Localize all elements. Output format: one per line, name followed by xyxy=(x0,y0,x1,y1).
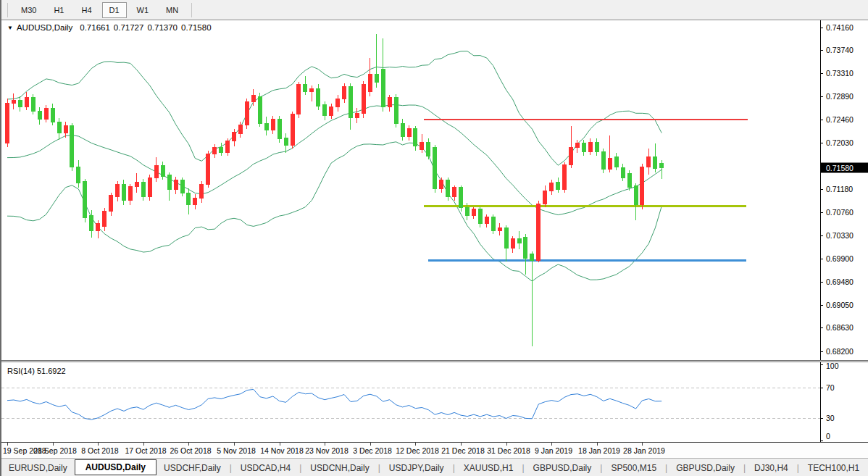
svg-text:30: 30 xyxy=(826,414,835,422)
chart-tab-audusd-daily[interactable]: AUDUSD,Daily xyxy=(75,459,157,475)
price-axis[interactable]: 0.741600.737400.733100.728900.724600.720… xyxy=(820,20,854,361)
svg-text:0: 0 xyxy=(826,432,830,440)
chart-tab-xauusd-h1[interactable]: XAUUSD,H1 xyxy=(456,461,521,475)
quote-low: 0.71370 xyxy=(147,23,178,32)
chart-tab-tech100-h1[interactable]: TECH100,H1 xyxy=(801,461,867,475)
timeframe-button-m30[interactable]: M30 xyxy=(14,2,43,18)
date-label: 12 Dec 2018 xyxy=(391,446,443,455)
date-label: 26 Oct 2018 xyxy=(164,446,217,455)
chart-tab-dj30-h4[interactable]: DJ30,H4 xyxy=(747,461,796,475)
svg-text:0.72890: 0.72890 xyxy=(826,92,854,101)
rsi-indicator-label: RSI(14) 51.6922 xyxy=(7,367,66,375)
timeframe-button-d1[interactable]: D1 xyxy=(102,2,127,18)
timeframe-button-mn[interactable]: MN xyxy=(159,2,185,18)
tab-separator: | xyxy=(522,463,524,473)
timeframe-button-h1[interactable]: H1 xyxy=(46,2,71,18)
date-tick xyxy=(143,443,144,446)
svg-text:0.73740: 0.73740 xyxy=(826,46,854,54)
chart-tab-sp500-m15[interactable]: SP500,M15 xyxy=(604,461,664,475)
chart-dropdown-icon[interactable]: ▼ xyxy=(7,25,13,31)
quote-close: 0.71580 xyxy=(181,23,212,32)
date-axis[interactable]: 19 Sep 201828 Sep 20188 Oct 201817 Oct 2… xyxy=(1,442,868,459)
chart-title: ▼AUDUSD,Daily0.716610.717270.713700.7158… xyxy=(7,23,215,32)
date-tick xyxy=(7,443,8,446)
rsi-axis[interactable]: 10070300 xyxy=(820,362,839,442)
main-price-chart[interactable]: 0.741600.737400.733100.728900.724600.720… xyxy=(1,20,868,361)
date-tick xyxy=(415,443,416,446)
timeframe-button-w1[interactable]: W1 xyxy=(130,2,157,18)
date-label: 9 Jan 2019 xyxy=(527,446,580,455)
tab-separator: | xyxy=(299,463,301,473)
date-tick xyxy=(370,443,371,446)
chart-tab-usdcad-h4[interactable]: USDCAD,H4 xyxy=(233,461,298,475)
quote-open: 0.71661 xyxy=(80,23,110,32)
date-tick xyxy=(280,443,280,446)
tab-separator: | xyxy=(230,463,232,473)
chart-tab-usdchf-daily[interactable]: USDCHF,Daily xyxy=(157,461,228,475)
chart-tab-eurusd-daily[interactable]: EURUSD,Daily xyxy=(1,461,75,475)
date-tick xyxy=(642,443,643,446)
tab-separator: | xyxy=(743,463,746,473)
svg-text:70: 70 xyxy=(826,383,835,392)
date-tick xyxy=(506,443,507,446)
date-label: 23 Nov 2018 xyxy=(301,446,353,455)
date-tick xyxy=(551,443,552,446)
chart-tab-gbpusd-daily[interactable]: GBPUSD,Daily xyxy=(669,461,742,475)
quote-high: 0.71727 xyxy=(114,23,144,32)
date-tick xyxy=(53,443,54,446)
rsi-level-lines xyxy=(1,388,820,418)
tab-separator: | xyxy=(600,463,602,473)
tab-separator: | xyxy=(453,463,455,473)
svg-text:0.71580: 0.71580 xyxy=(826,164,854,172)
date-label: 21 Dec 2018 xyxy=(437,446,489,455)
svg-text:0.70330: 0.70330 xyxy=(826,231,854,240)
tab-separator: | xyxy=(665,463,667,473)
svg-text:0.69900: 0.69900 xyxy=(826,254,854,263)
svg-text:0.71180: 0.71180 xyxy=(826,185,853,193)
svg-text:0.69480: 0.69480 xyxy=(826,277,854,286)
date-tick xyxy=(325,443,325,446)
svg-text:0.72030: 0.72030 xyxy=(826,138,854,147)
svg-text:0.73310: 0.73310 xyxy=(826,69,854,78)
date-tick xyxy=(188,443,189,446)
chart-tab-usdjpy-daily[interactable]: USDJPY,Daily xyxy=(382,461,451,475)
chart-tab-usdcnh-daily[interactable]: USDCNH,Daily xyxy=(303,461,376,475)
svg-text:100: 100 xyxy=(826,362,839,370)
timeframe-button-h4[interactable]: H4 xyxy=(74,2,99,18)
date-label: 28 Jan 2019 xyxy=(618,446,670,455)
toolbar-separator xyxy=(7,3,8,17)
chart-symbol-label: AUDUSD,Daily xyxy=(17,23,72,32)
svg-text:0.69050: 0.69050 xyxy=(826,301,854,309)
horizontal-level-lines[interactable] xyxy=(424,120,748,260)
rsi-line xyxy=(7,389,662,419)
date-tick xyxy=(98,443,99,446)
rsi-indicator-panel[interactable]: 10070300 xyxy=(1,362,868,442)
chart-tab-bar: EURUSD,DailyAUDUSD,DailyUSDCHF,Daily|USD… xyxy=(1,458,868,476)
trading-platform-window: M30H1H4D1W1MN 0.741600.737400.733100.728… xyxy=(0,0,868,476)
chart-tab-gbpusd-daily[interactable]: GBPUSD,Daily xyxy=(526,461,599,475)
date-tick xyxy=(234,443,235,446)
current-price-tag: 0.71580 xyxy=(821,163,868,173)
date-tick xyxy=(461,443,462,446)
svg-text:0.74160: 0.74160 xyxy=(826,23,854,32)
date-label: 8 Oct 2018 xyxy=(74,446,126,455)
toolbar-separator xyxy=(191,3,192,17)
svg-text:0.68630: 0.68630 xyxy=(826,323,854,332)
svg-text:0.70760: 0.70760 xyxy=(826,208,854,217)
tab-separator: | xyxy=(797,463,799,473)
date-tick xyxy=(597,443,598,446)
timeframe-toolbar: M30H1H4D1W1MN xyxy=(1,0,868,20)
svg-text:0.72460: 0.72460 xyxy=(826,115,854,124)
candles xyxy=(6,34,664,346)
svg-text:0.68200: 0.68200 xyxy=(826,347,854,356)
tab-separator: | xyxy=(378,463,380,473)
date-label: 5 Nov 2018 xyxy=(210,446,262,455)
